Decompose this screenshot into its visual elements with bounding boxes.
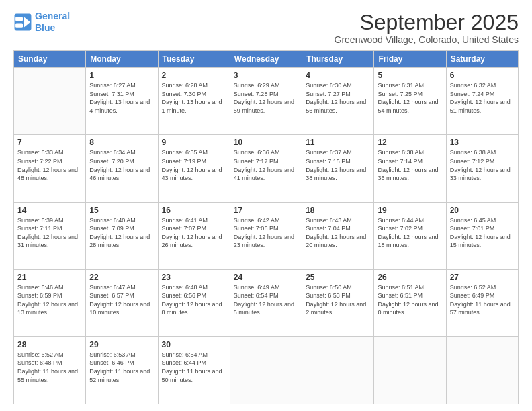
day-number: 27 <box>450 273 515 282</box>
day-number: 12 <box>378 138 442 147</box>
calendar-cell: 27Sunrise: 6:52 AMSunset: 6:49 PMDayligh… <box>446 269 518 336</box>
day-number: 26 <box>378 273 442 282</box>
day-info: Sunrise: 6:50 AMSunset: 6:53 PMDaylight:… <box>306 283 370 317</box>
calendar-cell: 18Sunrise: 6:43 AMSunset: 7:04 PMDayligh… <box>302 202 374 269</box>
calendar-header-sunday: Sunday <box>14 51 86 68</box>
day-number: 1 <box>89 71 154 80</box>
calendar-cell: 14Sunrise: 6:39 AMSunset: 7:11 PMDayligh… <box>14 202 86 269</box>
day-info: Sunrise: 6:44 AMSunset: 7:02 PMDaylight:… <box>378 216 442 250</box>
calendar-cell: 28Sunrise: 6:52 AMSunset: 6:48 PMDayligh… <box>14 336 86 404</box>
svg-rect-2 <box>15 17 23 21</box>
day-number: 4 <box>306 71 370 80</box>
calendar-cell: 6Sunrise: 6:32 AMSunset: 7:24 PMDaylight… <box>446 68 518 135</box>
day-number: 2 <box>162 71 226 80</box>
day-number: 7 <box>17 138 82 147</box>
day-info: Sunrise: 6:52 AMSunset: 6:49 PMDaylight:… <box>450 283 515 317</box>
day-number: 24 <box>234 273 298 282</box>
day-info: Sunrise: 6:43 AMSunset: 7:04 PMDaylight:… <box>306 216 370 250</box>
day-number: 14 <box>17 205 82 215</box>
day-number: 5 <box>378 71 442 80</box>
calendar-cell: 25Sunrise: 6:50 AMSunset: 6:53 PMDayligh… <box>302 269 374 336</box>
calendar-cell: 24Sunrise: 6:49 AMSunset: 6:54 PMDayligh… <box>230 269 302 336</box>
header: General Blue September 2025 Greenwood Vi… <box>13 11 519 45</box>
day-number: 17 <box>234 205 298 215</box>
day-number: 19 <box>378 205 442 215</box>
calendar-cell <box>374 336 446 404</box>
day-info: Sunrise: 6:52 AMSunset: 6:48 PMDaylight:… <box>17 351 82 384</box>
day-number: 8 <box>89 138 154 147</box>
calendar-cell <box>230 336 302 404</box>
day-number: 30 <box>162 340 226 349</box>
page: General Blue September 2025 Greenwood Vi… <box>0 0 532 411</box>
day-number: 28 <box>17 340 82 349</box>
day-info: Sunrise: 6:30 AMSunset: 7:27 PMDaylight:… <box>306 81 370 115</box>
day-info: Sunrise: 6:39 AMSunset: 7:11 PMDaylight:… <box>17 216 82 250</box>
day-number: 6 <box>450 71 515 80</box>
calendar-cell: 4Sunrise: 6:30 AMSunset: 7:27 PMDaylight… <box>302 68 374 135</box>
calendar-cell: 13Sunrise: 6:38 AMSunset: 7:12 PMDayligh… <box>446 135 518 202</box>
day-number: 29 <box>89 340 154 349</box>
day-info: Sunrise: 6:28 AMSunset: 7:30 PMDaylight:… <box>162 81 226 115</box>
calendar-cell: 19Sunrise: 6:44 AMSunset: 7:02 PMDayligh… <box>374 202 446 269</box>
calendar-cell: 29Sunrise: 6:53 AMSunset: 6:46 PMDayligh… <box>86 336 158 404</box>
day-number: 25 <box>306 273 370 282</box>
calendar-cell: 9Sunrise: 6:35 AMSunset: 7:19 PMDaylight… <box>158 135 230 202</box>
calendar-cell: 2Sunrise: 6:28 AMSunset: 7:30 PMDaylight… <box>158 68 230 135</box>
logo-line2: Blue <box>35 22 55 33</box>
day-number: 11 <box>306 138 370 147</box>
day-number: 23 <box>162 273 226 282</box>
day-info: Sunrise: 6:38 AMSunset: 7:14 PMDaylight:… <box>378 148 442 182</box>
calendar-cell: 10Sunrise: 6:36 AMSunset: 7:17 PMDayligh… <box>230 135 302 202</box>
calendar-cell: 5Sunrise: 6:31 AMSunset: 7:25 PMDaylight… <box>374 68 446 135</box>
title-block: September 2025 Greenwood Village, Colora… <box>335 11 519 45</box>
day-number: 3 <box>234 71 298 80</box>
calendar-header-tuesday: Tuesday <box>158 51 230 68</box>
calendar-week-2: 14Sunrise: 6:39 AMSunset: 7:11 PMDayligh… <box>14 202 519 269</box>
logo: General Blue <box>13 11 70 34</box>
logo-icon <box>13 13 32 32</box>
calendar-cell: 3Sunrise: 6:29 AMSunset: 7:28 PMDaylight… <box>230 68 302 135</box>
day-info: Sunrise: 6:32 AMSunset: 7:24 PMDaylight:… <box>450 81 515 115</box>
day-info: Sunrise: 6:51 AMSunset: 6:51 PMDaylight:… <box>378 283 442 317</box>
day-number: 21 <box>17 273 82 282</box>
calendar-header-saturday: Saturday <box>446 51 518 68</box>
day-number: 13 <box>450 138 515 147</box>
day-info: Sunrise: 6:33 AMSunset: 7:22 PMDaylight:… <box>17 148 82 182</box>
calendar-cell <box>14 68 86 135</box>
calendar-cell: 12Sunrise: 6:38 AMSunset: 7:14 PMDayligh… <box>374 135 446 202</box>
calendar-cell: 22Sunrise: 6:47 AMSunset: 6:57 PMDayligh… <box>86 269 158 336</box>
day-info: Sunrise: 6:41 AMSunset: 7:07 PMDaylight:… <box>162 216 226 250</box>
day-number: 18 <box>306 205 370 215</box>
day-number: 10 <box>234 138 298 147</box>
day-info: Sunrise: 6:34 AMSunset: 7:20 PMDaylight:… <box>89 148 154 182</box>
day-info: Sunrise: 6:42 AMSunset: 7:06 PMDaylight:… <box>234 216 298 250</box>
day-info: Sunrise: 6:53 AMSunset: 6:46 PMDaylight:… <box>89 351 154 384</box>
day-info: Sunrise: 6:45 AMSunset: 7:01 PMDaylight:… <box>450 216 515 250</box>
calendar-header-monday: Monday <box>86 51 158 68</box>
calendar-week-0: 1Sunrise: 6:27 AMSunset: 7:31 PMDaylight… <box>14 68 519 135</box>
calendar-cell: 16Sunrise: 6:41 AMSunset: 7:07 PMDayligh… <box>158 202 230 269</box>
calendar-cell <box>446 336 518 404</box>
calendar-cell: 8Sunrise: 6:34 AMSunset: 7:20 PMDaylight… <box>86 135 158 202</box>
day-number: 20 <box>450 205 515 215</box>
calendar-cell <box>302 336 374 404</box>
calendar-cell: 21Sunrise: 6:46 AMSunset: 6:59 PMDayligh… <box>14 269 86 336</box>
main-title: September 2025 <box>335 11 519 34</box>
calendar-header-friday: Friday <box>374 51 446 68</box>
day-number: 15 <box>89 205 154 215</box>
day-info: Sunrise: 6:31 AMSunset: 7:25 PMDaylight:… <box>378 81 442 115</box>
calendar-week-1: 7Sunrise: 6:33 AMSunset: 7:22 PMDaylight… <box>14 135 519 202</box>
calendar-cell: 1Sunrise: 6:27 AMSunset: 7:31 PMDaylight… <box>86 68 158 135</box>
logo-line1: General <box>35 11 70 21</box>
calendar-cell: 30Sunrise: 6:54 AMSunset: 6:44 PMDayligh… <box>158 336 230 404</box>
calendar-cell: 20Sunrise: 6:45 AMSunset: 7:01 PMDayligh… <box>446 202 518 269</box>
day-info: Sunrise: 6:48 AMSunset: 6:56 PMDaylight:… <box>162 283 226 317</box>
calendar-week-3: 21Sunrise: 6:46 AMSunset: 6:59 PMDayligh… <box>14 269 519 336</box>
calendar-cell: 23Sunrise: 6:48 AMSunset: 6:56 PMDayligh… <box>158 269 230 336</box>
day-info: Sunrise: 6:27 AMSunset: 7:31 PMDaylight:… <box>89 81 154 115</box>
calendar-cell: 26Sunrise: 6:51 AMSunset: 6:51 PMDayligh… <box>374 269 446 336</box>
calendar-week-4: 28Sunrise: 6:52 AMSunset: 6:48 PMDayligh… <box>14 336 519 404</box>
day-info: Sunrise: 6:47 AMSunset: 6:57 PMDaylight:… <box>89 283 154 317</box>
day-number: 9 <box>162 138 226 147</box>
day-info: Sunrise: 6:40 AMSunset: 7:09 PMDaylight:… <box>89 216 154 250</box>
